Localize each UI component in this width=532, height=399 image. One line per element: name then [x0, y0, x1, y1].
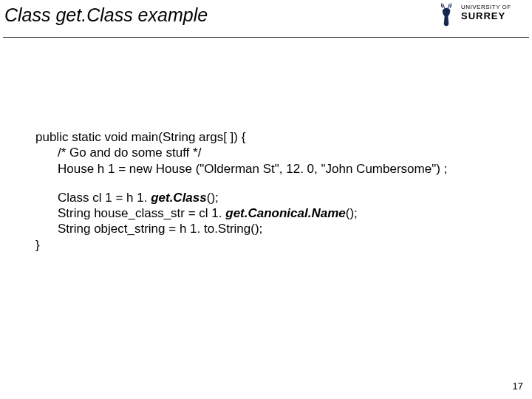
code-line: /* Go and do some stuff */	[35, 145, 447, 160]
code-block: public static void main(String args[ ]) …	[35, 129, 447, 253]
logo-line2: SURREY	[461, 11, 511, 21]
slide-header: Class get.Class example UNIVERSITY OF SU…	[3, 0, 529, 38]
code-line: House h 1 = new House ("Olderman St", 12…	[35, 161, 447, 177]
logo-text: UNIVERSITY OF SURREY	[461, 4, 511, 21]
code-line: }	[35, 237, 447, 253]
code-text: ();	[207, 191, 219, 205]
code-line: String house_class_str = cl 1. get.Canon…	[35, 205, 447, 221]
code-line: public static void main(String args[ ]) …	[35, 129, 447, 145]
code-em: get.Canonical.Name	[225, 206, 346, 220]
code-text: Class cl 1 = h 1.	[58, 191, 151, 205]
code-line: Class cl 1 = h 1. get.Class();	[35, 190, 447, 205]
code-line: String object_string = h 1. to.String();	[35, 221, 447, 236]
stag-icon	[436, 1, 458, 28]
code-text: ();	[346, 206, 358, 220]
code-text: String house_class_str = cl 1.	[58, 206, 225, 220]
university-logo: UNIVERSITY OF SURREY	[436, 1, 528, 31]
page-number: 17	[513, 381, 523, 392]
code-em: get.Class	[151, 191, 207, 205]
